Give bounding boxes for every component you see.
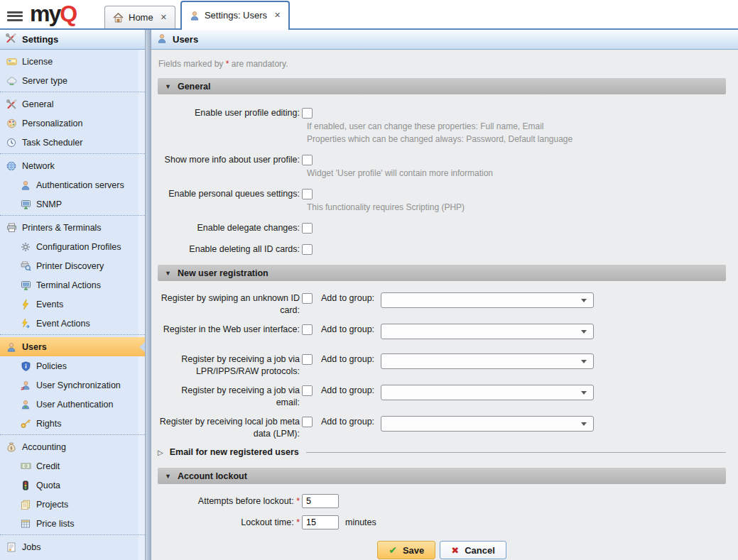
- field-label: Register by receiving local job meta dat…: [158, 416, 300, 440]
- field-label: Register by receiving a job via LPR/IPPS…: [158, 353, 300, 378]
- cross-icon: ✖: [451, 545, 459, 556]
- lockout-time-input[interactable]: [302, 515, 339, 529]
- section-header-account-lockout[interactable]: ▼ Account lockout: [158, 468, 726, 484]
- myq-settings-window: myQ Home✕Settings: Users✕ Settings Licen…: [0, 0, 738, 560]
- close-icon[interactable]: ✕: [161, 13, 167, 22]
- tab-settings-users[interactable]: Settings: Users✕: [180, 1, 290, 30]
- expand-triangle-icon: ▷: [158, 449, 163, 456]
- sidebar-item-personalization[interactable]: Personalization: [0, 114, 145, 133]
- sidebar-item-printer-discovery[interactable]: Printer Discovery: [0, 256, 145, 275]
- sidebar-item-license[interactable]: License: [0, 52, 145, 71]
- field-label-text: Attempts before lockout:: [198, 496, 294, 506]
- checkbox[interactable]: [302, 385, 313, 396]
- sidebar-item-accounting[interactable]: Accounting: [0, 437, 145, 456]
- clock-icon: [6, 137, 17, 148]
- collapse-triangle-icon: ▼: [165, 270, 171, 277]
- cloud-icon: [6, 75, 17, 86]
- sidebar-item-event-actions[interactable]: Event Actions: [0, 314, 145, 333]
- sidebar-item-task-scheduler[interactable]: Task Scheduler: [0, 133, 145, 152]
- field-label: Enable delegate changes:: [158, 222, 300, 234]
- checkbox[interactable]: [302, 324, 313, 335]
- sidebar-item-price-lists[interactable]: Price lists: [0, 514, 145, 533]
- checkbox[interactable]: [302, 354, 313, 365]
- sidebar-item-configuration-profiles[interactable]: Configuration Profiles: [0, 237, 145, 256]
- general-field: Show more info about user profile:Widget…: [158, 154, 726, 179]
- sidebar-item-rights[interactable]: Rights: [0, 414, 145, 433]
- sidebar-item-label: Network: [22, 161, 55, 171]
- sidebar-item-network[interactable]: Network: [0, 156, 145, 175]
- sidebar-item-projects[interactable]: Projects: [0, 495, 145, 514]
- checkbox[interactable]: [302, 189, 313, 199]
- sidebar-item-terminal-actions[interactable]: Terminal Actions: [0, 275, 145, 295]
- close-icon[interactable]: ✕: [274, 11, 281, 20]
- sidebar-item-label: SNMP: [36, 199, 62, 209]
- section-header-new-user-registration[interactable]: ▼ New user registration: [158, 265, 726, 281]
- general-fields: Enable user profile editing:If enabled, …: [158, 94, 726, 256]
- sidebar-item-general[interactable]: General: [0, 94, 145, 114]
- field-row: Show more info about user profile:: [158, 154, 726, 166]
- sidebar-separator: [0, 92, 145, 92]
- sidebar-item-users[interactable]: Users: [0, 337, 145, 356]
- sidebar-item-label: Policies: [36, 361, 67, 371]
- save-button[interactable]: ✔ Save: [377, 541, 435, 559]
- sidebar-item-server-type[interactable]: Server type: [0, 71, 145, 90]
- sidebar-item-events[interactable]: Events: [0, 295, 145, 314]
- sidebar-item-snmp[interactable]: SNMP: [0, 194, 145, 214]
- users-settings-panel: Users Fields marked by * are mandatory. …: [151, 30, 738, 560]
- add-to-group-label: Add to group:: [321, 324, 374, 335]
- field-label: Attempts before lockout: *: [158, 493, 300, 509]
- sidebar-item-quota[interactable]: Quota: [0, 476, 145, 495]
- section-header-general[interactable]: ▼ General: [158, 78, 726, 94]
- group-select[interactable]: [381, 416, 594, 432]
- sidebar-item-user-authentication[interactable]: User Authentication: [0, 395, 145, 414]
- settings-sidebar: Settings LicenseServer typeGeneralPerson…: [0, 30, 145, 560]
- cancel-button[interactable]: ✖ Cancel: [440, 541, 506, 559]
- field-help-text: This functionality requires Scripting (P…: [307, 202, 726, 213]
- palette-icon: [6, 118, 17, 128]
- general-field: Enable personal queues settings:This fun…: [158, 188, 726, 213]
- subsection-email-for-new-registered-users[interactable]: ▷ Email for new registered users: [158, 447, 726, 457]
- attempts-before-lockout-input[interactable]: [302, 494, 339, 508]
- checkbox[interactable]: [302, 244, 313, 255]
- sidebar-item-label: Projects: [36, 500, 68, 510]
- group-select[interactable]: [381, 292, 594, 308]
- sidebar-item-label: Printers & Terminals: [22, 223, 102, 233]
- field-label: Register in the Web user interface:: [158, 324, 300, 336]
- sidebar-item-printers-terminals[interactable]: Printers & Terminals: [0, 218, 145, 237]
- panel-splitter[interactable]: [145, 30, 151, 560]
- moneybag-icon: [6, 441, 17, 452]
- sidebar-item-credit[interactable]: Credit: [0, 456, 145, 476]
- lightning-arrow-icon: [20, 318, 31, 329]
- group-select[interactable]: [381, 385, 594, 400]
- sidebar-item-policies[interactable]: Policies: [0, 356, 145, 375]
- users-panel-header: Users: [151, 30, 738, 50]
- checkbox[interactable]: [302, 293, 313, 304]
- sidebar-item-user-synchronization[interactable]: User Synchronization: [0, 375, 145, 395]
- sidebar-item-label: User Synchronization: [36, 380, 121, 390]
- monitor-icon: [20, 199, 31, 209]
- group-select[interactable]: [381, 324, 594, 339]
- checkbox[interactable]: [302, 417, 313, 427]
- checkbox[interactable]: [302, 108, 313, 119]
- field-help-text: Widget 'User profile' will contain more …: [307, 168, 726, 179]
- sidebar-item-jobs[interactable]: Jobs: [0, 537, 145, 556]
- sidebar-item-label: Printer Discovery: [36, 261, 104, 271]
- check-icon: ✔: [389, 544, 397, 556]
- tab-home[interactable]: Home✕: [104, 6, 175, 28]
- registration-row: Register by swiping an unknown ID card:A…: [158, 292, 726, 317]
- sidebar-item-label: User Authentication: [36, 400, 113, 410]
- field-label: Enable personal queues settings:: [158, 188, 300, 200]
- tab-label: Home: [129, 12, 153, 23]
- sidebar-item-label: Users: [22, 342, 47, 352]
- sidebar-item-label: General: [22, 99, 53, 109]
- checkbox[interactable]: [302, 223, 313, 234]
- subsection-rule: [306, 452, 726, 453]
- group-select[interactable]: [381, 353, 594, 369]
- mandatory-note: Fields marked by * are mandatory.: [158, 59, 726, 69]
- hamburger-menu-icon[interactable]: [7, 9, 23, 23]
- printer-icon: [6, 222, 17, 233]
- person-sync-icon: [20, 380, 31, 390]
- sidebar-item-authentication-servers[interactable]: Authentication servers: [0, 175, 145, 194]
- checkbox[interactable]: [302, 155, 313, 165]
- globe-icon: [6, 160, 17, 171]
